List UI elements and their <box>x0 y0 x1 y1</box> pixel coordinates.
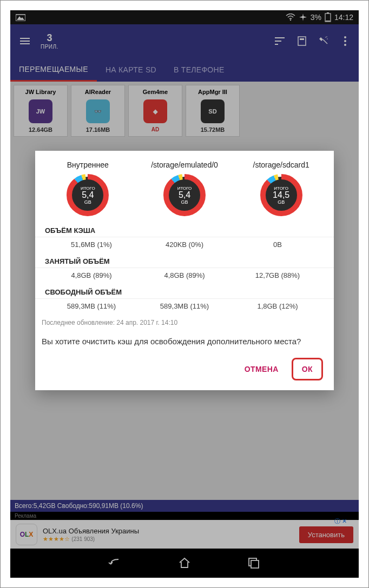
free-row: 589,3MB (11%) 589,3MB (11%) 1,8GB (12%) <box>35 298 334 313</box>
section-used-title: ЗАНЯТЫЙ ОБЪЁМ <box>35 252 334 268</box>
cache-row: 51,6MB (1%) 420KB (0%) 0B <box>35 237 334 252</box>
storage-gauge: ИТОГО 14,5 GB <box>260 173 303 217</box>
storage-column: /storage/emulated/0 ИТОГО 5,4 GB <box>136 161 233 217</box>
cancel-button[interactable]: ОТМЕНА <box>242 360 281 378</box>
dialog-question: Вы хотите очистить кэш для освобождения … <box>35 332 334 355</box>
ok-button[interactable]: ОК <box>292 358 323 380</box>
storage-name: /storage/sdcard1 <box>233 161 330 169</box>
section-cache-title: ОБЪЁМ КЭША <box>35 221 334 237</box>
storage-name: /storage/emulated/0 <box>136 161 233 169</box>
dialog-overlay[interactable]: Внутреннее ИТОГО 5,4 GB /storage/emulate… <box>10 10 359 578</box>
storage-gauge: ИТОГО 5,4 GB <box>163 173 206 217</box>
storage-name: Внутреннее <box>39 161 136 169</box>
storage-gauge: ИТОГО 5,4 GB <box>66 173 109 217</box>
storage-dialog: Внутреннее ИТОГО 5,4 GB /storage/emulate… <box>35 151 334 390</box>
used-row: 4,8GB (89%) 4,8GB (89%) 12,7GB (88%) <box>35 268 334 283</box>
storage-column: Внутреннее ИТОГО 5,4 GB <box>39 161 136 217</box>
section-free-title: СВОБОДНЫЙ ОБЪЁМ <box>35 283 334 298</box>
last-update-text: Последнее обновление: 24 апр. 2017 г. 14… <box>35 313 334 332</box>
storage-column: /storage/sdcard1 ИТОГО 14,5 GB <box>233 161 330 217</box>
